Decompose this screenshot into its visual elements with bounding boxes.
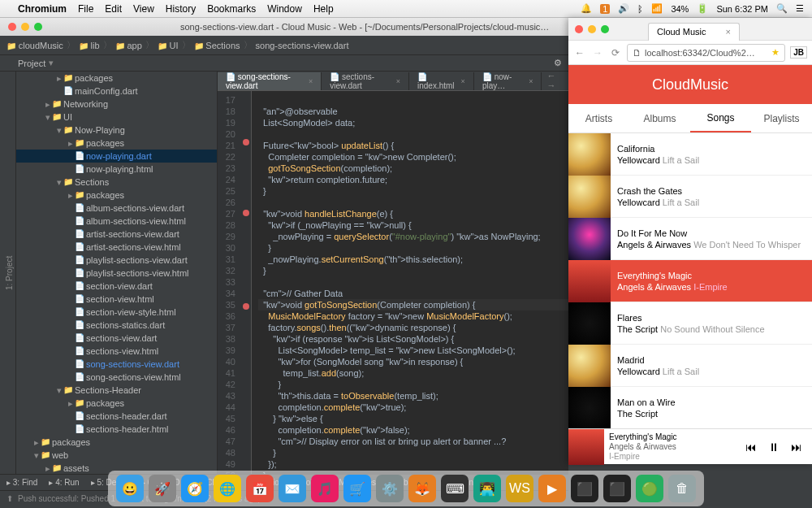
dock-firefox[interactable]: 🦊 xyxy=(408,475,436,502)
battery-icon[interactable]: 🔋 xyxy=(697,3,708,14)
tree-row[interactable]: 📄sections-view.html xyxy=(16,345,217,358)
menu-edit[interactable]: Edit xyxy=(105,3,122,15)
tab-close-icon[interactable]: × xyxy=(396,77,400,85)
menu-view[interactable]: View xyxy=(133,3,154,15)
dock-launchpad[interactable]: 🚀 xyxy=(149,475,176,502)
tree-row[interactable]: ▸📁Networking xyxy=(16,98,217,111)
toolwindow-project[interactable]: 1: Project xyxy=(3,72,15,474)
dock-settings[interactable]: ⚙️ xyxy=(376,475,404,502)
dock-mail[interactable]: ✉️ xyxy=(279,475,306,502)
song-row[interactable]: Do It For Me NowAngels & Airwaves We Don… xyxy=(568,218,812,260)
tree-row[interactable]: ▾📁web xyxy=(16,449,217,462)
tree-row[interactable]: 📄sections-header.html xyxy=(16,423,217,436)
project-tree[interactable]: ▸📁packages📄mainConfig.dart▸📁Networking▾📁… xyxy=(16,72,218,474)
browser-tab[interactable]: Cloud Music × xyxy=(648,23,740,41)
dock-finder[interactable]: 😀 xyxy=(116,475,144,502)
dock-ws[interactable]: WS xyxy=(506,475,533,502)
dock-itunes[interactable]: 🎵 xyxy=(311,475,339,502)
tab-close-icon[interactable]: × xyxy=(461,77,465,85)
pause-icon[interactable]: ⏸ xyxy=(768,441,780,454)
tree-row[interactable]: ▸📁packages xyxy=(16,72,217,85)
dock-torrent[interactable]: 🟢 xyxy=(636,475,663,502)
notification-icon[interactable]: 🔔 xyxy=(581,3,592,14)
tree-row[interactable]: ▾📁Now-Playing xyxy=(16,124,217,137)
menu-help[interactable]: Help xyxy=(313,3,334,15)
toolwindow-button[interactable]: ▸ 4: Run xyxy=(49,478,79,487)
tab-close-icon[interactable]: × xyxy=(529,77,533,85)
toolwindow-structure[interactable]: 7: Structure xyxy=(0,72,3,474)
app-tab-playlists[interactable]: Playlists xyxy=(751,104,812,132)
tree-row[interactable]: ▸📁packages xyxy=(16,436,217,449)
tree-row[interactable]: 📄section-view.dart xyxy=(16,280,217,293)
tree-row[interactable]: 📄playlist-sections-view.html xyxy=(16,267,217,280)
project-toolwindow-header[interactable]: Project ▾ ⚙ xyxy=(0,55,568,72)
dropdown-icon[interactable]: ▾ xyxy=(49,58,54,68)
dock-iterm2[interactable]: ⬛ xyxy=(603,475,631,502)
dock-trash[interactable]: 🗑 xyxy=(668,475,696,502)
breadcrumb-item[interactable]: app xyxy=(115,41,142,50)
dock-cal[interactable]: 📅 xyxy=(246,475,274,502)
menubar-app[interactable]: Chromium xyxy=(18,3,67,15)
tab-scroll[interactable]: ← → xyxy=(542,71,568,90)
tree-row[interactable]: ▸📁packages xyxy=(16,397,217,410)
editor-tab[interactable]: 📄 index.html× xyxy=(409,72,474,90)
code-area[interactable]: 1718192021222324252627282930313233343536… xyxy=(218,91,568,474)
volume-icon[interactable]: 🔊 xyxy=(618,3,629,14)
dock-vlc[interactable]: ▶ xyxy=(538,475,566,502)
tree-row[interactable]: ▾📁Sections xyxy=(16,176,217,189)
tree-row[interactable]: 📄playlist-sections-view.dart xyxy=(16,254,217,267)
spotlight-icon[interactable]: 🔍 xyxy=(776,3,788,14)
dock-chrome[interactable]: 🌐 xyxy=(214,475,241,502)
wifi-icon[interactable]: 📶 xyxy=(651,3,663,14)
editor-tab[interactable]: 📄 song-sections-view.dart× xyxy=(218,72,322,90)
browser-close-icon[interactable] xyxy=(575,25,583,33)
dock-safari[interactable]: 🧭 xyxy=(181,475,209,502)
prev-icon[interactable]: ⏮ xyxy=(745,441,757,454)
next-icon[interactable]: ⏭ xyxy=(791,441,802,454)
reload-icon[interactable]: ⟳ xyxy=(609,47,622,59)
tree-row[interactable]: 📄sections-view.dart xyxy=(16,332,217,345)
gutter[interactable] xyxy=(240,91,252,474)
tab-close-icon[interactable]: × xyxy=(726,27,731,37)
jb-extension-icon[interactable]: JB xyxy=(790,46,807,59)
tree-row[interactable]: ▸📁packages xyxy=(16,189,217,202)
tree-row[interactable]: 📄mainConfig.dart xyxy=(16,85,217,98)
menu-file[interactable]: File xyxy=(78,3,93,15)
window-close-icon[interactable] xyxy=(8,23,16,31)
menu-history[interactable]: History xyxy=(166,3,196,15)
gear-icon[interactable]: ⚙ xyxy=(554,58,562,68)
browser-minimize-icon[interactable] xyxy=(588,25,596,33)
dock-iterm[interactable]: ⬛ xyxy=(571,475,598,502)
breadcrumb-item[interactable]: lib xyxy=(79,41,100,50)
song-list[interactable]: CaliforniaYellowcard Lift a SailCrash th… xyxy=(568,133,812,428)
tree-row[interactable]: ▾📁Sections-Header xyxy=(16,384,217,397)
menu-bookmarks[interactable]: Bookmarks xyxy=(207,3,256,15)
editor-tab[interactable]: 📄 now-play…× xyxy=(474,72,542,90)
song-row[interactable]: Everything's MagicAngels & Airwaves I-Em… xyxy=(568,260,812,302)
tree-row[interactable]: 📄now-playing.dart xyxy=(16,150,217,163)
menu-icon[interactable]: ☰ xyxy=(796,3,804,14)
breadcrumb-item[interactable]: cloudMusic xyxy=(6,41,63,50)
app-tab-songs[interactable]: Songs xyxy=(690,104,751,132)
tree-row[interactable]: 📄section-view-style.html xyxy=(16,306,217,319)
back-icon[interactable]: ← xyxy=(573,47,586,59)
menu-window[interactable]: Window xyxy=(267,3,302,15)
dock-code[interactable]: 👨‍💻 xyxy=(473,475,501,502)
browser-zoom-icon[interactable] xyxy=(601,25,609,33)
tree-row[interactable]: 📄song-sections-view.html xyxy=(16,371,217,384)
song-row[interactable]: CaliforniaYellowcard Lift a Sail xyxy=(568,133,812,176)
bookmark-star-icon[interactable]: ★ xyxy=(771,47,780,58)
window-minimize-icon[interactable] xyxy=(21,23,29,31)
tree-row[interactable]: 📄artist-sections-view.html xyxy=(16,241,217,254)
window-zoom-icon[interactable] xyxy=(34,23,42,31)
dock-appstore[interactable]: 🛒 xyxy=(343,475,371,502)
tree-row[interactable]: 📄album-sections-view.dart xyxy=(16,202,217,215)
song-row[interactable]: FlaresThe Script No Sound Without Silenc… xyxy=(568,302,812,345)
vcs-icon[interactable]: ⬆ xyxy=(6,494,13,503)
song-row[interactable]: MadridYellowcard Lift a Sail xyxy=(568,345,812,387)
tree-row[interactable]: 📄now-playing.html xyxy=(16,163,217,176)
song-row[interactable]: Man on a WireThe Script xyxy=(568,387,812,428)
app-tab-artists[interactable]: Artists xyxy=(568,104,629,132)
app-tab-albums[interactable]: Albums xyxy=(629,104,690,132)
tree-row[interactable]: 📄section-view.html xyxy=(16,293,217,306)
